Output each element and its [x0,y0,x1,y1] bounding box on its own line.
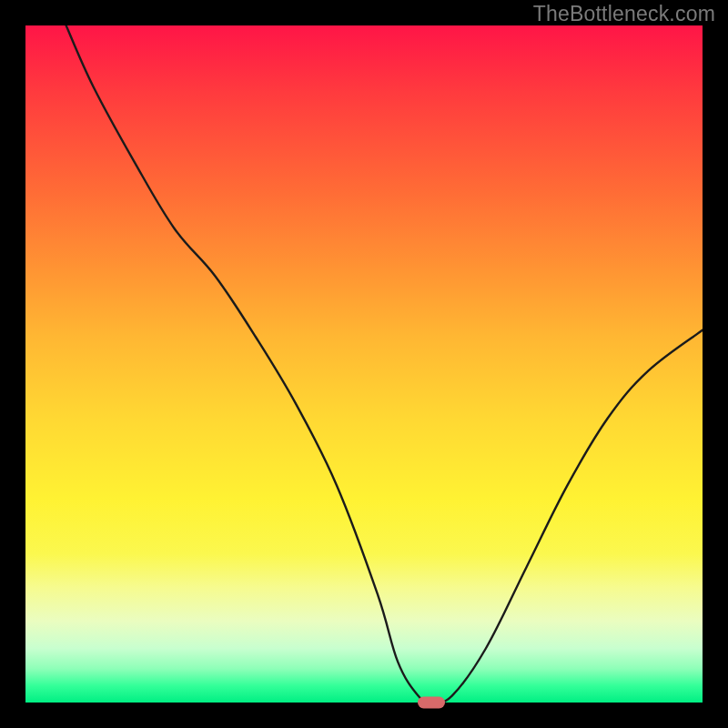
optimal-marker [418,697,445,709]
chart-frame: TheBottleneck.com [0,0,728,728]
bottleneck-curve [66,25,703,703]
watermark-text: TheBottleneck.com [533,2,715,26]
plot-area [25,25,703,703]
curve-svg [25,25,703,703]
